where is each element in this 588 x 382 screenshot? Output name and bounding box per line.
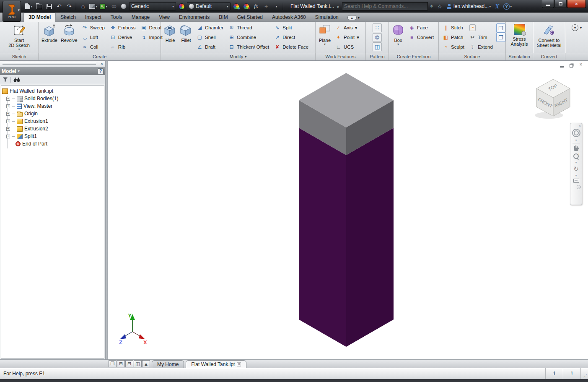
home-button[interactable]: ⌂	[78, 1, 88, 11]
browser-close-icon[interactable]: ×	[101, 61, 103, 66]
expand-icon[interactable]: +	[6, 120, 10, 123]
start-sketch-dropdown-icon[interactable]: ▾	[18, 48, 20, 51]
open-button[interactable]	[34, 1, 44, 11]
wheel-dropdown-icon[interactable]: ▾	[575, 138, 577, 142]
import-button[interactable]: ↴Import	[139, 33, 164, 42]
undo-button[interactable]: ↶	[54, 1, 64, 11]
filter-icon[interactable]	[3, 77, 8, 82]
select-dropdown-icon[interactable]: ▾	[106, 5, 107, 8]
decal-button[interactable]: ▣Decal	[139, 23, 164, 32]
rectangular-pattern-button[interactable]: ∷	[373, 23, 382, 32]
tab-view[interactable]: View	[154, 13, 174, 22]
cascade-windows-button[interactable]: ❐	[109, 360, 117, 367]
browser-help-button[interactable]: ?	[98, 68, 104, 74]
tab-manage[interactable]: Manage	[127, 13, 154, 22]
tree-item-view-master[interactable]: + View: Master	[2, 102, 103, 110]
tree-item-extrusion2[interactable]: + Extrusion2	[2, 125, 103, 133]
ucs-button[interactable]: ∟UCS	[334, 43, 361, 51]
point-button[interactable]: ✦Point▾	[334, 33, 361, 42]
search-binoculars-icon[interactable]	[13, 77, 20, 82]
tree-item-end-of-part[interactable]: × End of Part	[2, 140, 103, 148]
new-dropdown-icon[interactable]: ▾	[31, 5, 32, 8]
expand-icon[interactable]: +	[6, 135, 10, 138]
expand-icon[interactable]: +	[6, 112, 10, 116]
replace-face-button[interactable]: ❒	[496, 23, 505, 33]
search-input[interactable]	[344, 3, 426, 9]
add-command-button[interactable]: +	[262, 1, 271, 11]
navbar-minimize-icon[interactable]: −	[577, 185, 581, 189]
save-button[interactable]	[44, 1, 54, 11]
freeform-convert-button[interactable]: ≡Convert	[407, 33, 435, 42]
tab-autodesk-a360[interactable]: Autodesk A360	[267, 13, 311, 22]
tab-inspect[interactable]: Inspect	[80, 13, 106, 22]
tree-item-root[interactable]: Flat Walled Tank.ipt	[2, 87, 103, 95]
adjust-appearance-button[interactable]: ▾	[231, 1, 241, 11]
customize-qat-button[interactable]: ▾	[272, 1, 281, 11]
material-combo-dropdown-icon[interactable]: ▾	[172, 5, 174, 8]
axis-dropdown-icon[interactable]: ▾	[355, 25, 357, 31]
tab-3d-model[interactable]: 3D Model	[23, 13, 56, 22]
derive-button[interactable]: ⊡Derive	[108, 33, 137, 42]
tab-tools[interactable]: Tools	[106, 13, 127, 22]
convert-to-sheet-metal-button[interactable]: Convert to Sheet Metal	[535, 23, 563, 52]
surface-fillet-button[interactable]: ◔	[468, 23, 495, 32]
tab-environments[interactable]: Environments	[174, 13, 214, 22]
stress-analysis-button[interactable]: Stress Analysis	[509, 23, 530, 52]
tab-get-started[interactable]: Get Started	[233, 13, 267, 22]
constraint-button[interactable]: oo	[109, 1, 118, 11]
minimize-button[interactable]	[542, 0, 554, 8]
orbit-dropdown-icon[interactable]: ▾	[575, 174, 577, 177]
new-file-button[interactable]: ▾	[24, 1, 34, 11]
panel-label-modify[interactable]: Modify▾	[161, 53, 315, 60]
tile-vertical-button[interactable]: ◫	[134, 360, 142, 367]
orbit-button[interactable]: ↻	[573, 165, 579, 173]
help-search-box[interactable]	[342, 2, 428, 10]
direct-button[interactable]: ↗Direct	[272, 33, 310, 42]
render-button[interactable]: ▾	[88, 1, 98, 11]
material-browser-button[interactable]	[119, 1, 128, 11]
exchange-apps-button[interactable]: X	[493, 3, 501, 10]
emboss-button[interactable]: ❖Emboss	[108, 23, 137, 32]
tile-horizontal-button[interactable]: ⊟	[125, 360, 133, 367]
community-button[interactable]: ⌖	[428, 3, 435, 10]
extend-button[interactable]: ⇧Extend	[468, 43, 495, 51]
navbar-close-icon[interactable]: ×	[579, 124, 581, 127]
extrude-button[interactable]: Extrude	[40, 23, 59, 52]
freeform-face-button[interactable]: ◈Face	[407, 23, 435, 32]
color-wheel-button[interactable]	[177, 1, 186, 11]
parameters-button[interactable]: fx	[251, 1, 261, 11]
patch-button[interactable]: ◧Patch	[441, 33, 466, 42]
split-button[interactable]: ∿Split	[272, 23, 310, 32]
tree-item-solid-bodies[interactable]: + Solid Bodies(1)	[2, 95, 103, 102]
revolve-button[interactable]: Revolve	[59, 23, 79, 52]
zoom-dropdown-icon[interactable]: ▾	[575, 161, 577, 164]
model-purple-left-face[interactable]	[299, 128, 346, 347]
tab-my-home[interactable]: My Home	[152, 360, 184, 368]
sweep-button[interactable]: ↷Sweep	[80, 23, 106, 32]
ribbon-collapse-dropdown-icon[interactable]: ▾	[358, 16, 360, 20]
help-dropdown-icon[interactable]: ▾	[510, 5, 512, 8]
tab-flat-walled-tank[interactable]: Flat Walled Tank.ipt ×	[186, 360, 246, 368]
tree-item-split1[interactable]: + Split1	[2, 133, 103, 140]
plane-dropdown-icon[interactable]: ▾	[324, 43, 326, 46]
chamfer-button[interactable]: ◢Chamfer	[195, 23, 225, 32]
redo-button[interactable]: ↷	[65, 1, 74, 11]
favorites-button[interactable]: ☆	[435, 3, 444, 10]
clear-appearance-button[interactable]: ×	[241, 1, 251, 11]
3d-viewport[interactable]: × TOP FRONT RIGHT ×	[108, 61, 588, 359]
tree-item-origin[interactable]: + Origin	[2, 110, 103, 117]
zoom-button[interactable]: ±	[573, 153, 579, 159]
expand-tabs-button[interactable]: ▲	[142, 360, 150, 367]
shell-button[interactable]: ▢Shell	[195, 33, 225, 42]
freeform-box-dropdown-icon[interactable]: ▾	[397, 43, 399, 46]
tab-simulation[interactable]: Simulation	[311, 13, 343, 22]
combine-button[interactable]: ⊞Combine	[227, 33, 271, 42]
tab-bim[interactable]: BIM	[214, 13, 232, 22]
fillet-button[interactable]: Fillet	[178, 23, 194, 52]
axis-button[interactable]: ∕Axis▾	[334, 23, 361, 32]
help-button[interactable]: ? ▾	[501, 3, 514, 10]
mirror-button[interactable]: ◫	[373, 42, 382, 51]
delete-surface-button[interactable]: ❐	[496, 33, 505, 42]
model-canvas[interactable]	[108, 61, 588, 359]
expand-icon[interactable]: +	[6, 104, 10, 108]
